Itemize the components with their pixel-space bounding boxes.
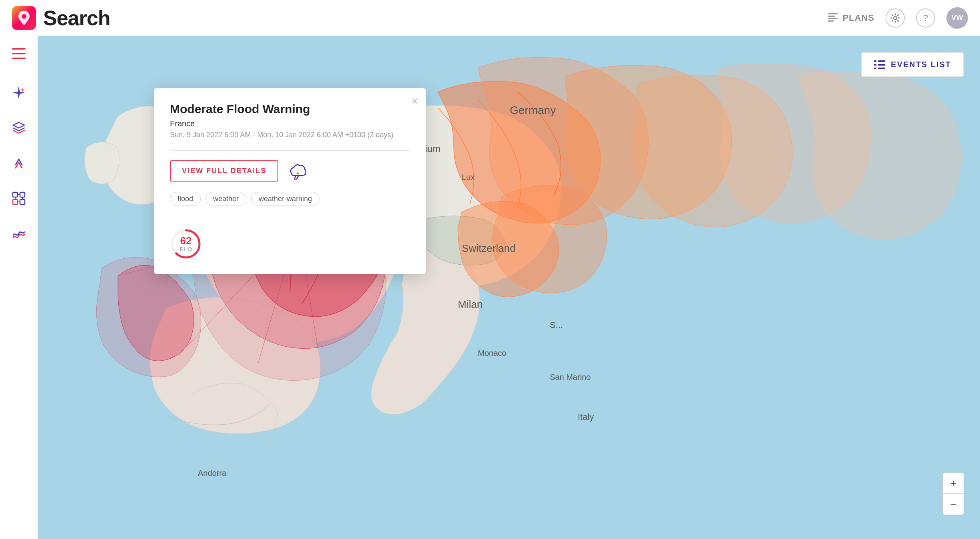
svg-rect-30: [874, 60, 876, 62]
svg-rect-4: [828, 18, 838, 19]
svg-rect-12: [13, 200, 18, 204]
sidebar-nav: [9, 83, 29, 244]
arrows-up-icon: [12, 156, 26, 170]
popup-actions: VIEW FULL DETAILS: [170, 160, 410, 182]
popup-divider-1: [170, 150, 410, 151]
sidebar: [0, 36, 38, 539]
svg-text:Andorra: Andorra: [198, 469, 227, 477]
tag-flood: flood: [170, 192, 201, 206]
popup-divider-2: [170, 218, 410, 218]
plans-button[interactable]: PLANS: [827, 12, 874, 24]
sidebar-item-layers[interactable]: [9, 118, 29, 138]
svg-rect-8: [12, 53, 26, 54]
svg-rect-5: [828, 20, 834, 22]
svg-text:Monaco: Monaco: [478, 349, 506, 357]
sparkle-icon: [12, 86, 26, 100]
question-icon: ?: [923, 13, 928, 23]
svg-text:Germany: Germany: [510, 104, 556, 116]
svg-rect-10: [13, 192, 18, 197]
events-list-label: EVENTS LIST: [891, 60, 951, 69]
avatar[interactable]: VW: [946, 7, 968, 29]
svg-rect-11: [20, 192, 25, 197]
svg-rect-31: [878, 60, 885, 62]
header-logo: Search: [12, 6, 110, 30]
sidebar-item-ai[interactable]: [9, 83, 29, 103]
list-icon: [874, 60, 885, 69]
svg-point-1: [22, 14, 26, 19]
svg-rect-33: [878, 64, 885, 66]
svg-rect-2: [828, 13, 838, 14]
main-area: Germany Belgium Lux France Switzerland M…: [0, 36, 980, 539]
layers-icon: [12, 121, 26, 135]
popup-close-button[interactable]: ×: [412, 95, 418, 108]
page-title: Search: [43, 6, 110, 30]
header: Search PLANS ? VW: [0, 0, 980, 36]
tag-weather-warning: weather-warning: [251, 192, 319, 206]
novu-icon: [12, 226, 26, 241]
phq-circle: 62 PHQ: [170, 228, 202, 260]
sidebar-item-arrows[interactable]: [9, 153, 29, 173]
tag-weather: weather: [206, 192, 246, 206]
phq-number: 62: [180, 236, 192, 246]
header-right: PLANS ? VW: [827, 7, 968, 29]
map-area[interactable]: Germany Belgium Lux France Switzerland M…: [38, 36, 980, 539]
phq-score: 62 PHQ: [170, 228, 410, 260]
gear-icon: [890, 13, 900, 23]
phq-label: PHQ: [180, 246, 192, 252]
hamburger-icon: [12, 48, 26, 59]
logo-icon: [12, 6, 36, 30]
svg-text:San Marino: San Marino: [550, 373, 591, 381]
popup-date: Sun, 9 Jan 2022 6:00 AM - Mon, 10 Jan 20…: [170, 131, 410, 139]
popup-country: France: [170, 119, 410, 128]
events-list-button[interactable]: EVENTS LIST: [861, 52, 964, 77]
storm-icon: [287, 162, 307, 181]
svg-text:Italy: Italy: [578, 412, 594, 422]
svg-rect-9: [12, 58, 26, 59]
svg-text:Switzerland: Switzerland: [462, 242, 515, 254]
popup-tags: flood weather weather-warning: [170, 192, 410, 206]
svg-text:Lux: Lux: [462, 173, 475, 182]
svg-rect-7: [12, 48, 26, 50]
weather-icon-button[interactable]: [287, 161, 307, 181]
grid-connect-icon: [12, 191, 26, 206]
zoom-controls: + −: [942, 473, 964, 515]
popup-card: × Moderate Flood Warning France Sun, 9 J…: [154, 88, 426, 274]
settings-button[interactable]: [886, 8, 905, 28]
svg-rect-35: [878, 68, 885, 69]
hamburger-menu[interactable]: [12, 48, 26, 62]
svg-rect-13: [20, 200, 25, 204]
svg-rect-34: [874, 68, 876, 69]
svg-text:Milan: Milan: [458, 298, 483, 310]
zoom-in-button[interactable]: +: [943, 473, 964, 494]
svg-rect-3: [828, 16, 835, 17]
plans-label: PLANS: [842, 13, 874, 23]
plans-icon: [827, 12, 838, 24]
svg-rect-32: [874, 64, 876, 66]
view-full-details-button[interactable]: VIEW FULL DETAILS: [170, 160, 278, 182]
popup-title: Moderate Flood Warning: [170, 102, 410, 116]
zoom-out-button[interactable]: −: [943, 494, 964, 515]
help-button[interactable]: ?: [916, 8, 935, 28]
svg-text:S...: S...: [550, 320, 563, 330]
sidebar-item-novu[interactable]: [9, 224, 29, 244]
svg-point-6: [894, 16, 897, 20]
sidebar-item-grid[interactable]: [9, 188, 29, 208]
